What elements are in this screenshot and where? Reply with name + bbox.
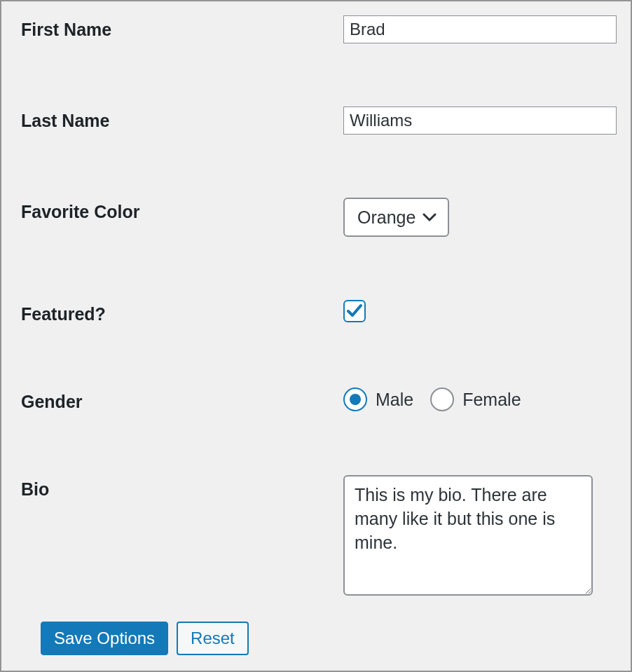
featured-checkbox[interactable]	[343, 300, 366, 322]
label-gender: Gender	[21, 388, 343, 412]
check-icon	[346, 303, 363, 319]
reset-button[interactable]: Reset	[177, 622, 249, 655]
favorite-color-value: Orange	[357, 207, 415, 228]
label-favorite-color: Favorite Color	[21, 198, 343, 222]
gender-label-female: Female	[462, 390, 521, 410]
label-bio: Bio	[21, 475, 343, 500]
row-bio: Bio	[21, 475, 611, 596]
gender-radio-male[interactable]	[343, 388, 367, 411]
row-gender: Gender Male Female	[21, 388, 611, 412]
label-first-name: First Name	[21, 15, 343, 40]
bio-textarea[interactable]	[343, 475, 593, 596]
chevron-down-icon	[423, 212, 437, 222]
favorite-color-select[interactable]: Orange	[343, 198, 449, 237]
last-name-input[interactable]	[343, 107, 617, 135]
radio-dot-icon	[350, 394, 361, 405]
button-row: Save Options Reset	[41, 622, 249, 655]
settings-panel: First Name Last Name Favorite Color Oran…	[0, 0, 632, 672]
row-first-name: First Name	[21, 15, 611, 43]
label-featured: Featured?	[21, 300, 343, 324]
gender-radio-group: Male Female	[343, 388, 530, 411]
row-featured: Featured?	[21, 300, 611, 324]
gender-label-male: Male	[376, 390, 413, 410]
label-last-name: Last Name	[21, 107, 343, 131]
row-last-name: Last Name	[21, 107, 611, 135]
save-button[interactable]: Save Options	[41, 622, 168, 655]
gender-radio-female[interactable]	[430, 388, 454, 411]
row-favorite-color: Favorite Color Orange	[21, 198, 611, 237]
first-name-input[interactable]	[343, 15, 617, 43]
